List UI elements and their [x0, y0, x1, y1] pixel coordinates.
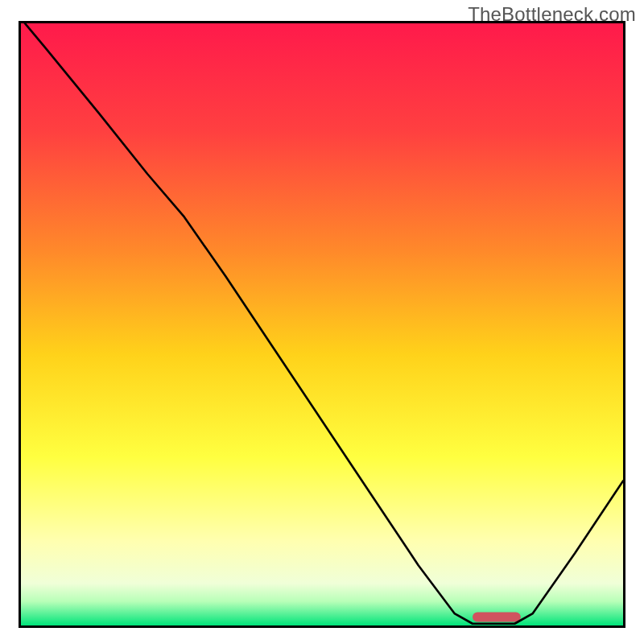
plot-area	[19, 21, 625, 628]
watermark-text: TheBottleneck.com	[468, 3, 636, 26]
chart-container: TheBottleneck.com	[0, 0, 644, 644]
gradient-background	[21, 23, 623, 625]
chart-svg	[21, 23, 623, 625]
optimal-marker	[473, 613, 521, 622]
